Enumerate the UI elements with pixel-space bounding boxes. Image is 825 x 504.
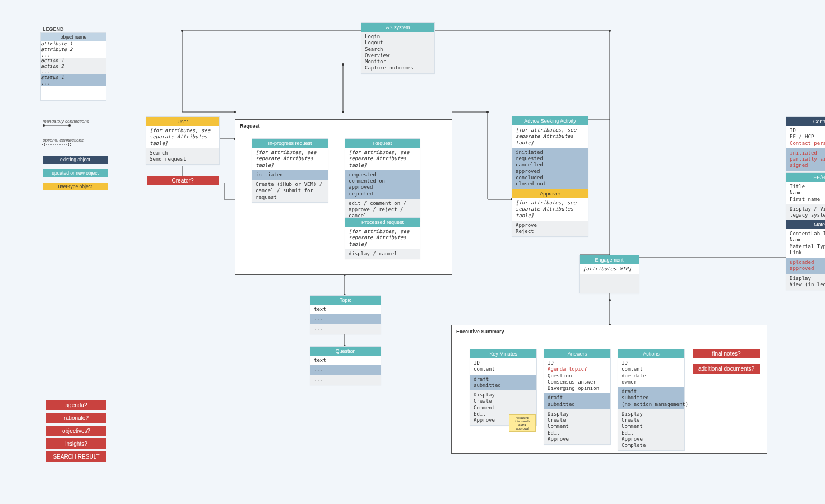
topic-attr: text	[310, 305, 381, 314]
additional-docs: additional documents?	[693, 364, 760, 374]
legend-action1: action 1	[41, 58, 64, 63]
contract-title: Contract	[786, 117, 825, 126]
as-logout: Logout	[365, 40, 383, 45]
creator-card: Creator?	[147, 176, 219, 185]
as-system-title: AS system	[361, 23, 434, 32]
request-group-title: Request	[235, 120, 452, 129]
legend-attr1: attribute 1	[41, 41, 72, 46]
legend-action2: action 2	[41, 63, 64, 69]
legend-usertype: user-type object	[43, 183, 108, 190]
key-minutes-status: draft submitted	[470, 375, 536, 391]
legend-dots3: ...	[41, 80, 49, 86]
topic-title: Topic	[310, 296, 381, 305]
request-attrs: [for attributes, see separate Attributes…	[345, 148, 420, 170]
answers-id: ID	[548, 360, 554, 366]
processed-card: Processed request [for attributes, see s…	[345, 217, 420, 259]
key-minutes-attrs: ID content	[470, 358, 536, 375]
side-agenda: agenda?	[46, 400, 106, 410]
material-title: Material	[786, 220, 825, 229]
request-status: requested commented on approved rejected	[345, 170, 420, 199]
inprogress-card: In-progress request [for attributes, see…	[252, 138, 328, 203]
request-card: Request [for attributes, see separate At…	[345, 138, 420, 222]
legend-dots2: ...	[41, 69, 49, 74]
engagement-attrs: [attributes WIP]	[580, 264, 639, 274]
user-actions: Search Send request	[146, 148, 219, 165]
question-dots2: ...	[310, 375, 381, 385]
side-search-result: SEARCH RESULT	[46, 451, 106, 462]
actions-status: draft submitted (no action management)	[618, 387, 684, 409]
engagement-title: Engagement	[580, 255, 639, 264]
eehcp-title: EE/HCP	[786, 173, 825, 182]
approver-title: Approver	[512, 189, 588, 198]
inprogress-attrs: [for attributes, see separate Attributes…	[252, 148, 328, 170]
legend-attr2: attribute 2	[41, 46, 72, 52]
actions-title: Actions	[618, 349, 684, 358]
answers-agenda: Agenda topic?	[548, 366, 587, 372]
material-attrs: ContentLab ID Name Material Type Link	[786, 229, 825, 258]
request-title: Request	[345, 139, 420, 148]
topic-dots2: ...	[310, 324, 381, 334]
topic-dots: ...	[310, 314, 381, 324]
processed-attrs: [for attributes, see separate Attributes…	[345, 227, 420, 249]
eehcp-card: EE/HCP Title Name First name Display / V…	[786, 172, 825, 221]
eehcp-attrs: Title Name First name	[786, 182, 825, 204]
answers-title: Answers	[544, 349, 610, 358]
user-attrs: [for attributes, see separate Attributes…	[146, 126, 219, 148]
inprogress-status: initiated	[252, 170, 328, 180]
legend-updated: updated or new object	[43, 169, 108, 177]
actions-card: Actions ID content due date owner draft …	[618, 349, 685, 451]
material-status: uploaded approved	[786, 258, 825, 274]
asa-status: initiated requested cancelled approved c…	[512, 148, 588, 189]
legend-existing: existing object	[43, 156, 108, 164]
processed-actions: display / cancel	[345, 249, 420, 259]
as-monitor: Monitor	[365, 59, 386, 64]
approver-card: Approver [for attributes, see separate A…	[512, 189, 588, 237]
answers-status: draft submitted	[544, 393, 610, 409]
engagement-card: Engagement [attributes WIP]	[579, 255, 639, 293]
inprogress-title: In-progress request	[252, 139, 328, 148]
as-search: Search	[365, 46, 383, 52]
answers-card: Answers ID Agenda topic? Question Consen…	[544, 349, 611, 445]
answers-rest: Question Consensus answer Diverging opin…	[548, 373, 599, 391]
answers-actions: Display Create Comment Edit Approve	[544, 409, 610, 444]
inprogress-actions: Create (iHub or VEM) / cancel / submit f…	[252, 180, 328, 202]
topic-card: Topic text ... ...	[310, 295, 381, 334]
approver-attrs: [for attributes, see separate Attributes…	[512, 198, 588, 221]
final-notes: final notes?	[693, 349, 760, 358]
actions-attrs: ID content due date owner	[618, 358, 684, 387]
eehcp-actions: Display / View (in legacy system)	[786, 204, 825, 221]
question-dots: ...	[310, 365, 381, 375]
side-objectives: objectives?	[46, 426, 106, 436]
as-capture: Capture outcomes	[365, 65, 414, 71]
question-title: Question	[310, 347, 381, 356]
legend-optional: optional connections	[43, 138, 84, 143]
legend-dots1: ...	[41, 52, 49, 58]
material-card: Material ContentLab ID Name Material Typ…	[786, 220, 825, 290]
legend-mandatory: mandatory connections	[43, 119, 89, 124]
key-minutes-note: releasing this needs extra approval	[509, 414, 536, 432]
contract-contact: Contact person(?)	[790, 141, 825, 146]
material-actions: Display View (in legacy system)	[786, 274, 825, 290]
contract-attrs: ID EE / HCP	[790, 128, 814, 139]
legend-title: LEGEND	[43, 26, 64, 32]
user-card: User [for attributes, see separate Attri…	[146, 116, 220, 165]
side-rationale: rationale?	[46, 413, 106, 423]
legend-container: object name attribute 1 attribute 2 ... …	[40, 32, 106, 101]
legend-status1: status 1	[41, 74, 64, 80]
user-title: User	[146, 117, 219, 126]
processed-title: Processed request	[345, 218, 420, 227]
legend-object-name: object name	[41, 33, 106, 41]
asa-title: Advice Seeking Activity	[512, 116, 588, 125]
asa-attrs: [for attributes, see separate Attributes…	[512, 125, 588, 148]
contract-status: initiated partially signed signed	[786, 148, 825, 171]
engagement-empty	[580, 274, 639, 293]
as-login: Login	[365, 34, 380, 39]
as-overview: Overview	[365, 53, 389, 58]
key-minutes-title: Key Minutes	[470, 349, 536, 358]
exec-title: Executive Summary	[452, 325, 767, 334]
question-attr: text	[310, 356, 381, 365]
question-card: Question text ... ...	[310, 346, 381, 385]
side-insights: insights?	[46, 438, 106, 449]
actions-actions: Display Create Comment Edit Approve Comp…	[618, 409, 684, 451]
as-system-card: AS system Login Logout Search Overview M…	[361, 22, 435, 74]
